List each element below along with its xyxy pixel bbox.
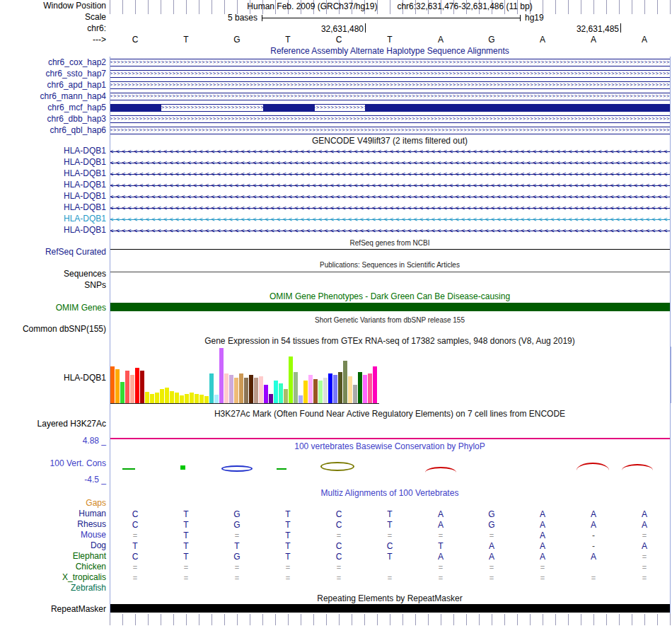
gtex-bar <box>180 395 184 403</box>
multiz-species-label[interactable]: Rhesus <box>0 520 106 529</box>
phylop-track-label[interactable]: 100 Vert. Cons <box>0 459 106 468</box>
haplotype-alignment-track[interactable]: >>>>>>>>>>>>>>>>>>>>>>>>>>>>>>>>>>>>>>>>… <box>110 59 670 66</box>
gtex-title[interactable]: Gene Expression in 54 tissues from GTEx … <box>110 337 670 346</box>
haplotype-track-label[interactable]: chr6_apd_hap1 <box>0 81 106 90</box>
gtex-bar <box>244 378 248 403</box>
refseq-curated-label[interactable]: RefSeq Curated <box>0 248 106 257</box>
gene-label[interactable]: HLA-DQB1 <box>0 192 106 201</box>
multiz-species-label[interactable]: Elephant <box>0 552 106 561</box>
repeatmasker-title[interactable]: Repeating Elements by RepeatMasker <box>110 594 670 603</box>
multiz-alignment-row[interactable]: TTTTCCTAA-A <box>110 541 670 552</box>
h3k27ac-signal[interactable] <box>110 438 670 439</box>
haplotype-alignment-track[interactable]: >>>>>>>>>>>>>>>>>>>>>>>>>>>>>>>>>>>>>>>>… <box>110 115 670 123</box>
multiz-species-label[interactable]: Human <box>0 509 106 518</box>
multiz-alignment-row[interactable]: CTGTCTAGAAA <box>110 509 670 520</box>
multiz-base: C <box>110 509 161 520</box>
gencode-genes: <<<<<<<<<<<<<<<<<<<<<<<<<<<<<<<<<<<<<<<<… <box>110 147 670 238</box>
gtex-gene-label[interactable]: HLA-DQB1 <box>0 373 106 383</box>
multiz-alignment-row[interactable] <box>110 584 670 594</box>
gene-label[interactable]: HLA-DQB1 <box>0 180 106 190</box>
phylop-track[interactable] <box>110 460 670 475</box>
haplotype-alignment-track[interactable]: >>>>>>>>>>>>>>>>>>>>>>>>>>>>>>>>>>>>>>>>… <box>110 104 670 112</box>
haplotype-alignment-track[interactable]: >>>>>>>>>>>>>>>>>>>>>>>>>>>>>>>>>>>>>>>>… <box>110 93 670 100</box>
multiz-alignment-row[interactable]: =T=T====A-= <box>110 531 670 541</box>
ruler-tick <box>262 614 263 625</box>
gene-model[interactable]: <<<<<<<<<<<<<<<<<<<<<<<<<<<<<<<<<<<<<<<<… <box>110 204 670 212</box>
gene-label[interactable]: HLA-DQB1 <box>0 214 106 224</box>
h3k27ac-label[interactable]: Layered H3K27Ac <box>0 419 106 429</box>
multiz-base: = <box>161 573 212 584</box>
multiz-alignment-row[interactable]: CTGTCTAGAAA <box>110 520 670 531</box>
multiz-base: C <box>313 552 364 562</box>
multiz-title[interactable]: Multiz Alignments of 100 Vertebrates <box>110 489 670 498</box>
assembly-name: Human Feb. 2009 (GRCh37/hg19) <box>247 1 377 11</box>
gene-model[interactable]: <<<<<<<<<<<<<<<<<<<<<<<<<<<<<<<<<<<<<<<<… <box>110 192 670 201</box>
snps-label[interactable]: SNPs <box>0 281 106 290</box>
gtex-track[interactable] <box>110 347 671 403</box>
dbsnp-title[interactable]: Short Genetic Variants from dbSNP releas… <box>110 315 670 325</box>
dbsnp-label[interactable]: Common dbSNP(155) <box>0 325 106 334</box>
haplotype-alignment-track[interactable]: >>>>>>>>>>>>>>>>>>>>>>>>>>>>>>>>>>>>>>>>… <box>110 70 670 78</box>
multiz-base: = <box>415 562 466 573</box>
omim-title[interactable]: OMIM Gene Phenotypes - Dark Green Can Be… <box>110 292 670 301</box>
h3k27ac-title[interactable]: H3K27Ac Mark (Often Found Near Active Re… <box>110 410 670 419</box>
multiz-alignment-row[interactable]: CTGTCTAAAA= <box>110 552 670 562</box>
gene-label[interactable]: HLA-DQB1 <box>0 226 106 235</box>
haplotype-section-title[interactable]: Reference Assembly Alternate Haplotype S… <box>110 47 670 56</box>
multiz-alignment-row[interactable] <box>110 499 670 509</box>
right-guide-line <box>670 57 671 614</box>
haplotype-alignment-track[interactable]: >>>>>>>>>>>>>>>>>>>>>>>>>>>>>>>>>>>>>>>>… <box>110 127 670 134</box>
gene-model[interactable]: <<<<<<<<<<<<<<<<<<<<<<<<<<<<<<<<<<<<<<<<… <box>110 215 670 224</box>
multiz-species-label[interactable]: Chicken <box>0 562 106 572</box>
gene-model[interactable]: <<<<<<<<<<<<<<<<<<<<<<<<<<<<<<<<<<<<<<<<… <box>110 170 670 178</box>
haplotype-track-label[interactable]: chr6_ssto_hap7 <box>0 69 106 79</box>
ruler-tick <box>504 614 505 625</box>
multiz-alignment-row[interactable]: ========= <box>110 562 670 573</box>
gene-model[interactable]: <<<<<<<<<<<<<<<<<<<<<<<<<<<<<<<<<<<<<<<<… <box>110 226 670 235</box>
gene-model[interactable]: <<<<<<<<<<<<<<<<<<<<<<<<<<<<<<<<<<<<<<<<… <box>110 147 670 156</box>
gene-model[interactable]: <<<<<<<<<<<<<<<<<<<<<<<<<<<<<<<<<<<<<<<<… <box>110 158 670 167</box>
scale-value: 5 bases <box>187 13 257 23</box>
gene-label[interactable]: HLA-DQB1 <box>0 158 106 167</box>
omim-genes-track[interactable] <box>110 303 670 311</box>
haplotype-alignment-track[interactable]: >>>>>>>>>>>>>>>>>>>>>>>>>>>>>>>>>>>>>>>>… <box>110 81 670 89</box>
sequences-label[interactable]: Sequences <box>0 269 106 279</box>
ruler-tick <box>390 614 390 625</box>
multiz-species-label[interactable]: Zebrafish <box>0 584 106 593</box>
haplotype-track-label[interactable]: chr6_mcf_hap5 <box>0 103 106 112</box>
gtex-baseline <box>110 403 379 404</box>
multiz-base: C <box>313 509 364 520</box>
refseq-curated-track[interactable] <box>110 249 670 250</box>
haplotype-track-label[interactable]: chr6_cox_hap2 <box>0 58 106 67</box>
repeatmasker-label[interactable]: RepeatMasker <box>0 605 106 614</box>
gene-direction-arrows: <<<<<<<<<<<<<<<<<<<<<<<<<<<<<<<<<<<<<<<<… <box>110 204 670 212</box>
gene-model[interactable]: <<<<<<<<<<<<<<<<<<<<<<<<<<<<<<<<<<<<<<<<… <box>110 181 670 190</box>
publications-title[interactable]: Publications: Sequences in Scientific Ar… <box>110 260 670 269</box>
gene-label[interactable]: HLA-DQB1 <box>0 146 106 156</box>
multiz-species-label[interactable]: Mouse <box>0 531 106 540</box>
gene-label[interactable]: HLA-DQB1 <box>0 169 106 178</box>
phylop-title[interactable]: 100 vertebrates Basewise Conservation by… <box>110 442 670 451</box>
gtex-bar <box>323 378 328 403</box>
refseq-title[interactable]: RefSeq genes from NCBI <box>110 238 670 248</box>
multiz-species-label[interactable]: X_tropicalis <box>0 573 106 582</box>
reference-base: A <box>619 35 670 45</box>
haplotype-track-label[interactable]: chr6_dbb_hap3 <box>0 115 106 124</box>
gtex-bar <box>249 375 253 403</box>
gene-label[interactable]: HLA-DQB1 <box>0 203 106 212</box>
repeatmasker-track[interactable] <box>110 604 670 613</box>
multiz-species-label[interactable]: Gaps <box>0 499 106 508</box>
omim-genes-label[interactable]: OMIM Genes <box>0 303 106 313</box>
haplotype-track-label[interactable]: chr6_qbl_hap6 <box>0 126 106 135</box>
gtex-bar <box>279 383 283 403</box>
multiz-base: - <box>568 541 619 552</box>
sequences-track[interactable] <box>110 272 670 272</box>
gtex-bar <box>328 373 332 403</box>
multiz-species-label[interactable]: Dog <box>0 541 106 550</box>
multiz-alignment-row[interactable]: =========== <box>110 573 670 584</box>
ruler-tick <box>250 614 250 625</box>
gencode-title[interactable]: GENCODE V49lift37 (2 items filtered out) <box>110 137 670 146</box>
ruler-tick <box>237 614 238 625</box>
gtex-bar <box>204 396 209 403</box>
haplotype-track-label[interactable]: chr6_mann_hap4 <box>0 92 106 101</box>
